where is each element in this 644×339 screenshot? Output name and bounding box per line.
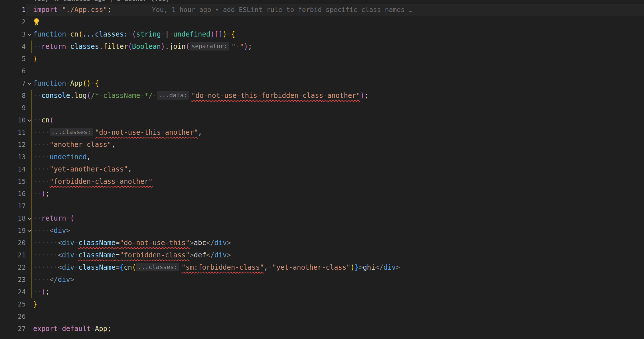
code-line[interactable]: 17 — [0, 200, 644, 212]
line-content[interactable]: ······<div·className={cn(...classes:"sm:… — [26, 261, 644, 274]
line-content[interactable] — [26, 310, 644, 323]
code-line[interactable]: 15····"forbidden-class·another" — [0, 175, 644, 188]
line-number[interactable]: 1 — [0, 4, 26, 16]
code-line[interactable]: 9 — [0, 102, 644, 114]
line-content[interactable]: ··return·( — [26, 212, 644, 225]
line-number[interactable]: 25 — [0, 298, 26, 310]
code-line[interactable]: 16··); — [0, 188, 644, 200]
line-number[interactable]: 16 — [0, 188, 26, 200]
code-line[interactable]: 5} — [0, 53, 644, 65]
line-number[interactable]: 26 — [0, 310, 26, 323]
code-line[interactable]: 12····"another-class", — [0, 139, 644, 151]
line-content[interactable]: } — [26, 298, 644, 310]
line-content[interactable] — [26, 16, 644, 28]
line-content[interactable]: ··console.log(/*·className·*/·...data:"d… — [26, 90, 644, 102]
line-number[interactable]: 20 — [0, 237, 26, 249]
line-content[interactable]: function·App()·{ — [26, 77, 644, 90]
line-content[interactable] — [26, 102, 644, 114]
fold-chevron-icon[interactable] — [26, 114, 33, 126]
indent-guide — [40, 261, 40, 274]
code-line[interactable]: 14····"yet-another-class", — [0, 163, 644, 175]
code-line[interactable]: 10··cn( — [0, 114, 644, 126]
code-token: undefined — [50, 153, 87, 161]
line-content[interactable]: ····"another-class", — [26, 139, 644, 151]
line-number[interactable]: 13 — [0, 151, 26, 163]
fold-chevron-icon[interactable] — [26, 212, 33, 225]
code-line[interactable]: 18··return·( — [0, 212, 644, 225]
line-number[interactable]: 24 — [0, 286, 26, 298]
code-line[interactable]: 4··return·classes.filter(Boolean).join(s… — [0, 41, 644, 53]
code-line[interactable]: 11····...classes:"do-not-use-this·anothe… — [0, 126, 644, 139]
code-line[interactable]: 21······<div·className="forbidden-class"… — [0, 249, 644, 261]
fold-chevron-icon[interactable] — [26, 77, 33, 90]
line-content[interactable]: import·"./App.css";You, 1 hour ago • add… — [26, 4, 644, 16]
line-number[interactable]: 5 — [0, 53, 26, 65]
line-content[interactable] — [26, 65, 644, 77]
code-line[interactable]: 3function·cn(...classes:·(string·|·undef… — [0, 28, 644, 41]
code-token: · — [169, 30, 173, 38]
line-content[interactable]: ····undefined, — [26, 151, 644, 163]
code-line[interactable]: 13····undefined, — [0, 151, 644, 163]
code-line[interactable]: 23····</div> — [0, 274, 644, 286]
code-token: < — [58, 239, 62, 247]
line-content[interactable]: ··); — [26, 286, 644, 298]
line-number[interactable]: 14 — [0, 163, 26, 175]
code-token: () — [82, 79, 91, 87]
code-line[interactable]: 25} — [0, 298, 644, 310]
code-line[interactable]: 20······<div·className="do-not-use-this"… — [0, 237, 644, 249]
code-editor[interactable]: You, 47 minutes ago | 1 author (You) 1im… — [0, 0, 644, 339]
line-number[interactable]: 19 — [0, 225, 26, 237]
code-line[interactable]: 8··console.log(/*·className·*/·...data:"… — [0, 90, 644, 102]
line-content[interactable]: ······<div·className="do-not-use-this">a… — [26, 237, 644, 249]
line-number[interactable]: 21 — [0, 249, 26, 261]
line-number[interactable]: 12 — [0, 139, 26, 151]
line-number[interactable]: 9 — [0, 102, 26, 114]
line-number[interactable]: 8 — [0, 90, 26, 102]
line-content[interactable]: ····"yet-another-class", — [26, 163, 644, 175]
line-content[interactable]: ····"forbidden-class·another" — [26, 175, 644, 188]
line-number[interactable]: 22 — [0, 261, 26, 274]
line-number[interactable]: 18 — [0, 212, 26, 225]
line-content[interactable]: ··return·classes.filter(Boolean).join(se… — [26, 41, 644, 53]
line-content[interactable] — [26, 200, 644, 212]
line-number[interactable]: 4 — [0, 41, 26, 53]
code-line[interactable]: 6 — [0, 65, 644, 77]
code-line[interactable]: 26 — [0, 310, 644, 323]
line-content[interactable]: function·cn(...classes:·(string·|·undefi… — [26, 28, 644, 41]
code-lines: 1import·"./App.css";You, 1 hour ago • ad… — [0, 4, 644, 335]
code-token: ······ — [33, 251, 58, 259]
code-line[interactable]: 22······<div·className={cn(...classes:"s… — [0, 261, 644, 274]
line-number[interactable]: 23 — [0, 274, 26, 286]
line-number[interactable]: 15 — [0, 175, 26, 188]
fold-chevron-icon[interactable] — [26, 225, 33, 237]
line-number[interactable]: 10 — [0, 114, 26, 126]
line-content[interactable]: ··); — [26, 188, 644, 200]
code-token: } — [33, 55, 37, 63]
code-line[interactable]: 19····<div> — [0, 225, 644, 237]
line-number[interactable]: 6 — [0, 65, 26, 77]
code-line[interactable]: 1import·"./App.css";You, 1 hour ago • ad… — [0, 4, 644, 16]
fold-chevron-icon[interactable] — [26, 28, 33, 41]
code-line[interactable]: 7function·App()·{ — [0, 77, 644, 90]
line-number[interactable]: 7 — [0, 77, 26, 90]
line-content[interactable]: ····<div> — [26, 225, 644, 237]
lightbulb-icon[interactable] — [33, 18, 40, 26]
fold-spacer — [26, 139, 33, 151]
line-number[interactable]: 3 — [0, 28, 26, 41]
line-number[interactable]: 17 — [0, 200, 26, 212]
code-token: ; — [45, 190, 49, 198]
line-number[interactable]: 11 — [0, 126, 26, 139]
code-text: ······<div·className={cn(...classes:"sm:… — [33, 261, 644, 274]
code-line[interactable]: 24··); — [0, 286, 644, 298]
line-content[interactable]: } — [26, 53, 644, 65]
line-content[interactable]: ····...classes:"do-not-use-this·another"… — [26, 126, 644, 139]
code-token: ···· — [33, 141, 50, 149]
line-content[interactable]: ····</div> — [26, 274, 644, 286]
line-content[interactable]: ······<div·className="forbidden-class">d… — [26, 249, 644, 261]
line-content[interactable]: export·default·App; — [26, 323, 644, 335]
line-number[interactable]: 27 — [0, 323, 26, 335]
line-number[interactable]: 2 — [0, 16, 26, 28]
code-line[interactable]: 27export·default·App; — [0, 323, 644, 335]
code-line[interactable]: 2 — [0, 16, 644, 28]
line-content[interactable]: ··cn( — [26, 114, 644, 126]
